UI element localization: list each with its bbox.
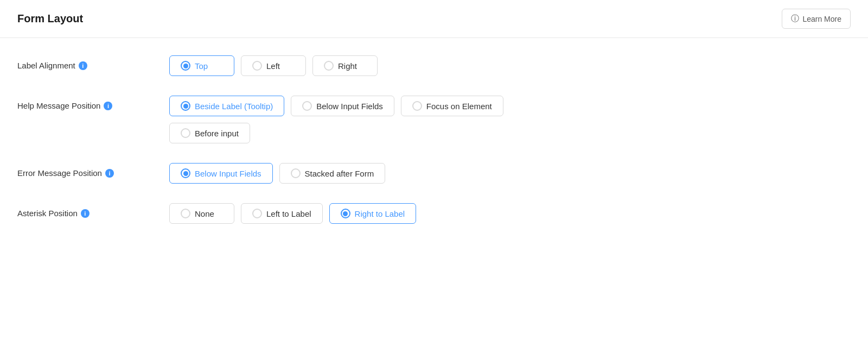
radio-label-below-input-fields: Below Input Fields <box>195 169 261 178</box>
options-group-error-message-position: Below Input FieldsStacked after Form <box>169 163 385 184</box>
radio-circle-right <box>324 61 334 71</box>
radio-circle-top <box>181 61 190 71</box>
form-layout-content: Label AlignmentiTopLeftRightHelp Message… <box>0 38 868 261</box>
radio-label-before-input: Before input <box>195 129 239 138</box>
row-label-asterisk-position: Asterisk Positioni <box>17 203 169 218</box>
radio-circle-beside-label <box>181 101 190 111</box>
radio-option-error-message-position-stacked-after-form[interactable]: Stacked after Form <box>279 163 386 184</box>
radio-circle-left-to-label <box>252 209 262 218</box>
learn-more-label: Learn More <box>802 15 841 23</box>
form-row-label-alignment: Label AlignmentiTopLeftRight <box>17 55 851 76</box>
radio-option-help-message-position-beside-label[interactable]: Beside Label (Tooltip) <box>169 96 284 116</box>
row-label-text-asterisk-position: Asterisk Position <box>17 209 78 218</box>
radio-circle-stacked-after-form <box>291 168 301 178</box>
form-row-asterisk-position: Asterisk PositioniNoneLeft to LabelRight… <box>17 203 851 224</box>
info-icon-asterisk-position[interactable]: i <box>81 209 90 218</box>
radio-option-asterisk-position-left-to-label[interactable]: Left to Label <box>241 203 323 224</box>
radio-label-below-input-fields: Below Input Fields <box>316 102 383 111</box>
row-label-text-error-message-position: Error Message Position <box>17 168 102 178</box>
info-icon-label-alignment[interactable]: i <box>79 61 87 70</box>
page-title: Form Layout <box>17 12 83 25</box>
radio-option-label-alignment-top[interactable]: Top <box>169 55 234 76</box>
radio-label-top: Top <box>195 61 208 71</box>
radio-circle-right-to-label <box>341 209 350 218</box>
radio-circle-focus-on-element <box>412 101 422 111</box>
info-icon-error-message-position[interactable]: i <box>105 169 114 178</box>
radio-label-stacked-after-form: Stacked after Form <box>305 169 374 178</box>
radio-option-label-alignment-right[interactable]: Right <box>312 55 378 76</box>
radio-label-left: Left <box>266 61 280 71</box>
radio-circle-none <box>181 209 190 218</box>
row-label-error-message-position: Error Message Positioni <box>17 163 169 178</box>
radio-option-error-message-position-below-input-fields[interactable]: Below Input Fields <box>169 163 273 184</box>
radio-option-help-message-position-before-input[interactable]: Before input <box>169 123 250 143</box>
info-icon-help-message-position[interactable]: i <box>104 102 112 110</box>
radio-label-left-to-label: Left to Label <box>266 209 311 218</box>
radio-label-right: Right <box>338 61 357 71</box>
page-header: Form Layout ⓘ Learn More <box>0 0 868 38</box>
learn-more-icon: ⓘ <box>791 14 799 24</box>
row-label-text-label-alignment: Label Alignment <box>17 61 75 70</box>
radio-circle-below-input-fields <box>302 101 312 111</box>
row-label-label-alignment: Label Alignmenti <box>17 55 169 70</box>
radio-label-beside-label: Beside Label (Tooltip) <box>195 102 273 111</box>
radio-option-help-message-position-focus-on-element[interactable]: Focus on Element <box>401 96 503 116</box>
radio-option-asterisk-position-right-to-label[interactable]: Right to Label <box>329 203 417 224</box>
learn-more-button[interactable]: ⓘ Learn More <box>782 9 851 29</box>
radio-circle-below-input-fields <box>181 168 190 178</box>
options-group-asterisk-position: NoneLeft to LabelRight to Label <box>169 203 416 224</box>
radio-option-help-message-position-below-input-fields[interactable]: Below Input Fields <box>291 96 394 116</box>
form-row-error-message-position: Error Message PositioniBelow Input Field… <box>17 163 851 184</box>
radio-circle-before-input <box>181 128 190 138</box>
radio-option-label-alignment-left[interactable]: Left <box>241 55 306 76</box>
radio-label-none: None <box>195 209 214 218</box>
radio-label-focus-on-element: Focus on Element <box>426 102 492 111</box>
row-label-text-help-message-position: Help Message Position <box>17 101 100 110</box>
radio-circle-left <box>252 61 262 71</box>
radio-label-right-to-label: Right to Label <box>355 209 405 218</box>
form-row-help-message-position: Help Message PositioniBeside Label (Tool… <box>17 96 851 143</box>
row-label-help-message-position: Help Message Positioni <box>17 96 169 110</box>
radio-option-asterisk-position-none[interactable]: None <box>169 203 234 224</box>
options-group-label-alignment: TopLeftRight <box>169 55 378 76</box>
options-group-help-message-position: Beside Label (Tooltip)Below Input Fields… <box>169 96 591 143</box>
